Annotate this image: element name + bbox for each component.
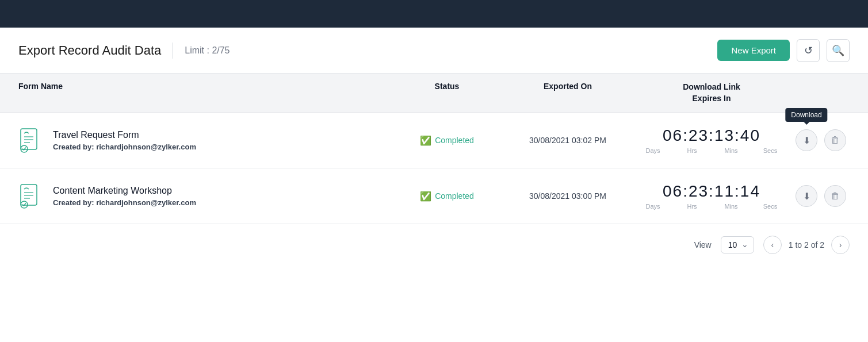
status-text: Completed (435, 191, 474, 201)
creator-email: richardjohnson@zylker.com (96, 143, 196, 151)
delete-button[interactable]: 🗑 (824, 185, 846, 207)
countdown-numbers: 06:23:13:40 (631, 126, 792, 145)
download-button[interactable]: ⬇ (796, 185, 817, 207)
page-title: Export Record Audit Data (18, 43, 161, 58)
form-creator: Created by: richardjohnson@zylker.com (53, 198, 196, 207)
col-download-link: Download Link Expires In (631, 82, 792, 104)
view-select-wrapper: 10 25 50 (721, 236, 754, 253)
refresh-icon: ↺ (804, 44, 813, 57)
header: Export Record Audit Data Limit : 2/75 Ne… (0, 28, 868, 74)
countdown-cell: 06:23:13:40 Days Hrs Mins Secs (631, 126, 792, 154)
view-select[interactable]: 10 25 50 (721, 236, 754, 253)
status-text: Completed (435, 136, 474, 145)
table-header: Form Name Status Exported On Download Li… (0, 74, 868, 113)
mins-label: Mins (720, 147, 743, 154)
col-status: Status (389, 82, 504, 104)
col-form-name: Form Name (18, 82, 389, 104)
countdown-labels: Days Hrs Mins Secs (631, 147, 792, 154)
svg-rect-5 (21, 185, 37, 205)
form-icon (18, 128, 44, 153)
form-info: Travel Request Form Created by: richardj… (18, 128, 389, 153)
svg-rect-0 (21, 129, 37, 149)
svg-point-9 (21, 201, 28, 208)
secs-label: Secs (759, 203, 782, 210)
download-icon: ⬇ (803, 191, 810, 202)
search-button[interactable]: 🔍 (827, 39, 850, 62)
top-bar (0, 0, 868, 28)
actions-cell: Download ⬇ 🗑 (792, 129, 850, 151)
table-row: Travel Request Form Created by: richardj… (0, 113, 868, 168)
table-row: Content Marketing Workshop Created by: r… (0, 168, 868, 224)
limit-value: 2/75 (212, 45, 230, 55)
form-name: Travel Request Form (53, 130, 196, 140)
actions-cell: ⬇ 🗑 (792, 185, 850, 207)
hrs-label: Hrs (680, 147, 703, 154)
countdown-labels: Days Hrs Mins Secs (631, 203, 792, 210)
mins-label: Mins (720, 203, 743, 210)
form-icon (18, 183, 44, 209)
prev-page-button[interactable]: ‹ (763, 236, 782, 254)
days-label: Days (641, 203, 664, 210)
countdown-cell: 06:23:11:14 Days Hrs Mins Secs (631, 182, 792, 210)
status-check-icon: ✅ (420, 135, 431, 146)
exported-on-cell: 30/08/2021 03:02 PM (504, 135, 631, 147)
secs-label: Secs (759, 147, 782, 154)
header-divider (173, 43, 173, 59)
view-label: View (694, 240, 712, 249)
svg-point-4 (21, 145, 28, 152)
col-actions (792, 82, 850, 104)
refresh-button[interactable]: ↺ (797, 39, 820, 62)
trash-icon: 🗑 (831, 191, 840, 201)
status-check-icon: ✅ (420, 191, 431, 202)
limit-label: Limit : 2/75 (185, 45, 230, 56)
form-name: Content Marketing Workshop (53, 186, 196, 196)
trash-icon: 🗑 (831, 135, 840, 145)
header-actions: New Export ↺ 🔍 (717, 39, 850, 62)
new-export-button[interactable]: New Export (717, 40, 790, 61)
form-creator: Created by: richardjohnson@zylker.com (53, 143, 196, 151)
status-cell: ✅ Completed (389, 191, 504, 202)
status-cell: ✅ Completed (389, 135, 504, 146)
pagination: ‹ 1 to 2 of 2 › (763, 236, 850, 254)
days-label: Days (641, 147, 664, 154)
search-icon: 🔍 (832, 44, 844, 57)
footer: View 10 25 50 ‹ 1 to 2 of 2 › (0, 224, 868, 266)
delete-button[interactable]: 🗑 (824, 129, 846, 151)
hrs-label: Hrs (680, 203, 703, 210)
form-info: Content Marketing Workshop Created by: r… (18, 183, 389, 209)
col-exported-on: Exported On (504, 82, 631, 104)
next-page-button[interactable]: › (831, 236, 850, 254)
exported-on-cell: 30/08/2021 03:00 PM (504, 190, 631, 202)
download-icon: ⬇ (803, 135, 810, 146)
page-info: 1 to 2 of 2 (789, 240, 824, 249)
creator-email: richardjohnson@zylker.com (96, 198, 196, 207)
download-button[interactable]: Download ⬇ (796, 129, 817, 151)
countdown-numbers: 06:23:11:14 (631, 182, 792, 201)
